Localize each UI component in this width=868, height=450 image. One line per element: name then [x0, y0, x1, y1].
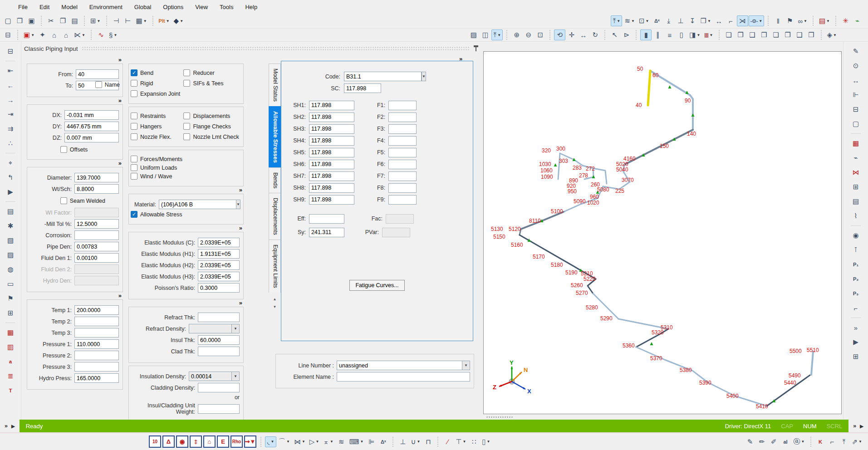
window-2-icon[interactable]: ❐: [735, 29, 746, 40]
tab-model-status[interactable]: Model Status: [269, 64, 281, 106]
plot-tool-icon[interactable]: Plt▼: [157, 15, 172, 26]
distance-icon[interactable]: ↔: [713, 15, 725, 26]
sh2-input[interactable]: [309, 112, 354, 122]
sh1-input[interactable]: [309, 101, 354, 110]
menu-model[interactable]: Model: [56, 1, 83, 13]
overflow-right-icon[interactable]: »: [849, 322, 862, 333]
insul-cladding-unit-weight-input[interactable]: [198, 404, 240, 414]
toolbox-icon[interactable]: ⌂: [203, 435, 216, 448]
hanger-b-icon[interactable]: ⌂: [60, 29, 72, 40]
window-4-icon[interactable]: ❒: [759, 29, 770, 40]
fluid-den-1-input[interactable]: [74, 253, 119, 263]
checkbox-flange-checks[interactable]: Flange Checks: [183, 123, 240, 130]
folder-elements-icon[interactable]: ❒▼: [698, 15, 712, 26]
display-columns-icon[interactable]: |||▼: [702, 29, 715, 40]
group-expand-chevron[interactable]: »: [128, 186, 244, 194]
orbit-icon[interactable]: ⟲: [554, 29, 565, 40]
page-2-icon[interactable]: P₂: [849, 273, 862, 285]
copy-icon[interactable]: ❐: [57, 15, 69, 26]
sc-input[interactable]: [344, 83, 381, 93]
connector-icon[interactable]: ⌁: [849, 152, 862, 164]
refract-density-input[interactable]: [189, 324, 231, 333]
checkbox-box[interactable]: ✓: [131, 69, 137, 76]
tee-tool-icon[interactable]: ⊫: [366, 436, 377, 447]
window-1-icon[interactable]: ❏: [723, 29, 735, 40]
pin-icon[interactable]: [473, 45, 479, 52]
insul-thk-input[interactable]: [198, 335, 240, 345]
pencil-curve-icon[interactable]: ✎: [745, 436, 756, 447]
hydro-press-input[interactable]: [74, 373, 119, 383]
grid-red-icon[interactable]: ▦: [4, 327, 17, 338]
node-tools-icon[interactable]: ∴: [4, 137, 17, 149]
guide-icon[interactable]: ⊓: [422, 436, 434, 447]
group-expand-chevron[interactable]: »: [27, 56, 123, 64]
window-8-icon[interactable]: ❒: [806, 29, 817, 40]
checkbox-hangers[interactable]: Hangers: [131, 123, 181, 130]
valve-icon[interactable]: ⋈▼: [292, 436, 307, 447]
pin-view-icon[interactable]: ⊺: [849, 244, 862, 256]
mill-tol-input[interactable]: [74, 219, 119, 229]
node-increment-10-icon[interactable]: 10: [149, 435, 161, 448]
checkbox-box[interactable]: [131, 164, 137, 171]
thermometer-icon[interactable]: ‡: [190, 435, 202, 448]
lengths-icon[interactable]: ↔: [849, 74, 862, 86]
drop-node-icon[interactable]: ⤓: [663, 15, 674, 26]
checkbox-rigid[interactable]: Rigid: [131, 80, 181, 87]
checkbox-box[interactable]: [60, 146, 67, 153]
menu-edit[interactable]: Edit: [34, 1, 55, 13]
line-number-input[interactable]: [337, 361, 462, 370]
node-up-icon[interactable]: ⤒▼: [611, 15, 622, 26]
tee-red-icon[interactable]: T: [4, 385, 17, 396]
render-solid-icon[interactable]: ▮: [640, 29, 652, 40]
window-5-icon[interactable]: ❏: [770, 29, 782, 40]
undo-model-icon[interactable]: ↰: [4, 171, 17, 183]
rotate-icon[interactable]: ↻: [589, 29, 601, 40]
pipe-den-input[interactable]: [74, 242, 119, 251]
monitor-view-icon[interactable]: ▢: [849, 118, 862, 130]
page-1-icon[interactable]: P₁: [849, 259, 862, 270]
sif-tee-icon[interactable]: ≋: [336, 436, 347, 447]
last-element-icon[interactable]: ⇥: [4, 108, 17, 120]
menu-view[interactable]: View: [190, 1, 213, 13]
pointer-icon[interactable]: ↖: [609, 29, 620, 40]
annotate-box-icon[interactable]: ⓐ▼: [792, 436, 807, 447]
viewport-resize-handle[interactable]: [486, 416, 513, 418]
checkbox-nozzle-lmt-check[interactable]: Nozzle Lmt Check: [183, 133, 240, 140]
sh6-input[interactable]: [309, 160, 354, 169]
box-hatched-icon[interactable]: ▨: [4, 249, 17, 261]
checkbox-box[interactable]: [95, 81, 102, 88]
checkbox-bend[interactable]: ✓Bend: [131, 69, 181, 76]
code-combo[interactable]: ▼: [344, 72, 407, 81]
annotate-ai-icon[interactable]: aI: [780, 436, 791, 447]
checkbox-sifs-tees[interactable]: SIFs & Tees: [183, 80, 240, 87]
checkbox-reducer[interactable]: Reducer: [183, 69, 240, 76]
k-joint-icon[interactable]: ⋉▼: [72, 29, 87, 40]
checkbox-box[interactable]: [131, 123, 137, 130]
special-execute-icon[interactable]: ⇝▼: [244, 435, 256, 448]
group-expand-chevron[interactable]: »: [128, 225, 244, 232]
tile-windows-icon[interactable]: ◫: [480, 29, 491, 40]
restraint-node-icon[interactable]: ◉: [176, 435, 188, 448]
checkbox-box[interactable]: ✓: [131, 211, 137, 218]
orient-up-icon[interactable]: ⤒▼: [491, 29, 503, 40]
hanger-tool-icon[interactable]: ∪▼: [409, 436, 422, 447]
sheet-red-icon[interactable]: ▥: [4, 341, 17, 353]
f8-input[interactable]: [388, 183, 417, 193]
list-input-icon[interactable]: ⊟: [2, 29, 14, 40]
open-file-icon[interactable]: ❒: [14, 15, 25, 26]
find-icon[interactable]: ∞▼: [796, 15, 809, 26]
page-3-icon[interactable]: P₃: [849, 288, 862, 299]
delta-dims-icon[interactable]: Δˣ: [378, 436, 389, 447]
pressure-3-input[interactable]: [74, 362, 119, 372]
compass-view-icon[interactable]: ◉: [849, 230, 862, 241]
keyboard-entry-icon[interactable]: ⌨▼: [348, 436, 366, 447]
surface-icon[interactable]: ≋▼: [623, 15, 637, 26]
group-expand-chevron[interactable]: »: [27, 97, 123, 104]
node-tee-up-icon[interactable]: ⊤▼: [454, 436, 468, 447]
menu-tools[interactable]: Tools: [214, 1, 239, 13]
delta-x-icon[interactable]: Δˣ: [651, 15, 662, 26]
model-status-icon[interactable]: ⊡▼: [637, 15, 651, 26]
view-3d-icon[interactable]: ◆▼: [172, 15, 185, 26]
f2-input[interactable]: [388, 112, 417, 122]
expand-panel-icon[interactable]: ▶: [4, 186, 17, 198]
